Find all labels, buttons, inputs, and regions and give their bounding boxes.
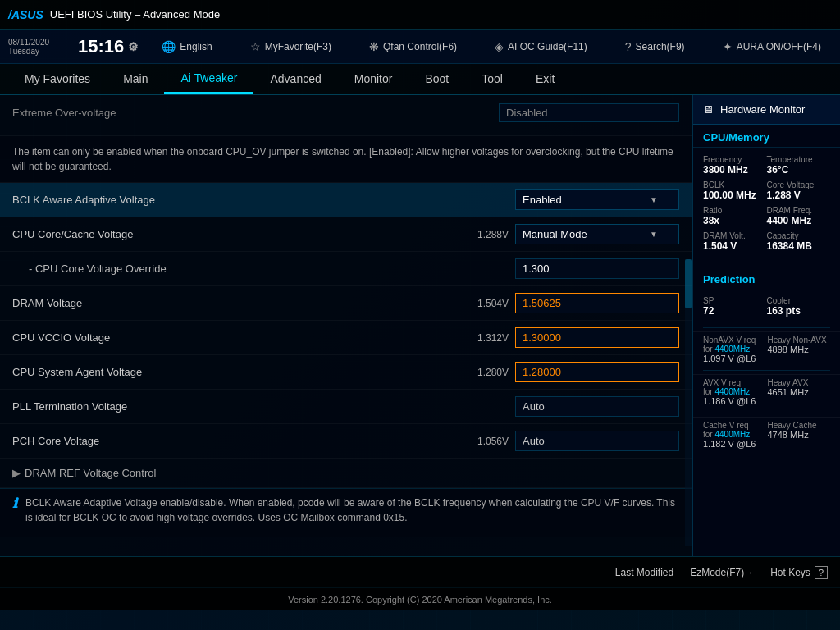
language-label: English xyxy=(180,41,212,52)
nav-tool[interactable]: Tool xyxy=(465,63,519,94)
pch-core-setting[interactable]: PCH Core Voltage 1.056V xyxy=(0,424,692,459)
time-display: 15:16 ⚙ xyxy=(78,36,139,57)
extreme-voltage-value[interactable] xyxy=(499,103,679,122)
search-button[interactable]: ? Search(F9) xyxy=(625,40,685,53)
cpu-core-cache-voltage-setting[interactable]: CPU Core/Cache Voltage 1.288V Manual Mod… xyxy=(0,217,692,252)
search-icon: ? xyxy=(625,40,632,53)
extreme-voltage-row: Extreme Over-voltage xyxy=(12,103,679,122)
cpu-core-override-label: - CPU Core Voltage Override xyxy=(12,262,515,275)
avx-right-label: Heavy AVX xyxy=(768,378,831,387)
info-text: BCLK Aware Adaptive Voltage enable/disab… xyxy=(25,495,679,525)
qfan-button[interactable]: ❋ Qfan Control(F6) xyxy=(369,40,457,53)
info-bar: ℹ BCLK Aware Adaptive Voltage enable/dis… xyxy=(0,488,692,537)
nav-exit[interactable]: Exit xyxy=(519,63,571,94)
cooler-value: 163 pts xyxy=(767,305,831,317)
cpu-sys-agent-current: 1.280V xyxy=(459,367,509,378)
pch-core-input[interactable] xyxy=(515,431,679,451)
pll-termination-setting[interactable]: PLL Termination Voltage xyxy=(0,390,692,424)
nav-my-favorites[interactable]: My Favorites xyxy=(8,63,107,94)
sp-cooler-grid: SP 72 Cooler 163 pts xyxy=(693,289,840,324)
help-key[interactable]: ? xyxy=(815,566,828,579)
dram-freq-label: DRAM Freq. xyxy=(767,206,831,215)
cpu-vccio-current: 1.312V xyxy=(459,332,509,344)
sp-cell: SP 72 xyxy=(703,294,767,319)
language-selector[interactable]: 🌐 English xyxy=(162,40,212,53)
dram-ref-label: DRAM REF Voltage Control xyxy=(25,467,679,479)
bottom-bar: Last Modified EzMode(F7)→ Hot Keys ? xyxy=(0,556,840,587)
cpu-vccio-setting[interactable]: CPU VCCIO Voltage 1.312V xyxy=(0,321,692,355)
nav-bar: My Favorites Main Ai Tweaker Advanced Mo… xyxy=(0,64,840,95)
cpu-sys-agent-input[interactable] xyxy=(515,362,679,382)
dram-volt-value: 1.504 V xyxy=(703,240,767,252)
hot-keys-label: Hot Keys xyxy=(770,567,810,578)
myfavorite-label: MyFavorite(F3) xyxy=(265,41,331,52)
cpu-vccio-input[interactable] xyxy=(515,327,679,348)
last-modified-button[interactable]: Last Modified xyxy=(615,567,673,578)
pch-core-current: 1.056V xyxy=(459,436,509,447)
description-section: The item can only be enabled when the on… xyxy=(0,136,692,183)
gear-icon[interactable]: ⚙ xyxy=(128,40,139,53)
cache-label2: for 4400MHz xyxy=(703,430,766,439)
top-bar-items: 🌐 English ☆ MyFavorite(F3) ❋ Qfan Contro… xyxy=(151,40,832,53)
cpu-core-cache-dropdown[interactable]: Manual Mode ▼ xyxy=(515,224,679,244)
avx-label1: AVX V req xyxy=(703,378,766,387)
core-voltage-label: Core Voltage xyxy=(767,180,831,189)
pll-termination-input[interactable] xyxy=(515,396,679,417)
nav-monitor[interactable]: Monitor xyxy=(338,63,409,94)
bclk-aware-setting[interactable]: BCLK Aware Adaptive Voltage Enabled ▼ xyxy=(0,183,692,217)
bios-title: UEFI BIOS Utility – Advanced Mode xyxy=(50,8,220,21)
nonavx-right-label: Heavy Non-AVX xyxy=(768,336,831,345)
info-icon: ℹ xyxy=(12,495,17,511)
cpu-sys-agent-setting[interactable]: CPU System Agent Voltage 1.280V xyxy=(0,355,692,390)
frequency-cell: Frequency 3800 MHz xyxy=(703,153,767,178)
prediction-section-title: Prediction xyxy=(693,267,840,289)
core-voltage-cell: Core Voltage 1.288 V xyxy=(767,178,831,203)
aioc-label: AI OC Guide(F11) xyxy=(508,41,587,52)
temperature-cell: Temperature 36°C xyxy=(767,153,831,178)
nav-boot[interactable]: Boot xyxy=(409,63,465,94)
hw-monitor-label: Hardware Monitor xyxy=(720,103,805,116)
sp-label: SP xyxy=(703,296,767,305)
capacity-value: 16384 MB xyxy=(767,240,831,252)
scrollbar[interactable] xyxy=(685,259,692,546)
version-bar: Version 2.20.1276. Copyright (C) 2020 Am… xyxy=(0,587,840,610)
globe-icon: 🌐 xyxy=(162,40,176,53)
aura-button[interactable]: ✦ AURA ON/OFF(F4) xyxy=(723,40,821,53)
header: /ASUS UEFI BIOS Utility – Advanced Mode xyxy=(0,0,840,30)
frequency-label: Frequency xyxy=(703,155,767,164)
nav-main[interactable]: Main xyxy=(107,63,164,94)
asus-logo: /ASUS xyxy=(8,8,43,21)
cache-right-val: 4748 MHz xyxy=(768,430,831,440)
nav-ai-tweaker[interactable]: Ai Tweaker xyxy=(164,63,253,94)
dram-voltage-input[interactable] xyxy=(515,293,679,313)
nav-advanced[interactable]: Advanced xyxy=(253,63,337,94)
time: 15:16 xyxy=(78,36,124,57)
cpu-core-cache-current: 1.288V xyxy=(459,229,509,240)
hw-monitor-title: 🖥 Hardware Monitor xyxy=(693,95,840,125)
dram-ref-setting[interactable]: ▶ DRAM REF Voltage Control xyxy=(0,459,692,488)
temperature-value: 36°C xyxy=(767,164,831,176)
nonavx-label1: NonAVX V req xyxy=(703,336,766,345)
dram-freq-cell: DRAM Freq. 4400 MHz xyxy=(767,203,831,229)
cpu-core-override-input[interactable] xyxy=(515,258,679,279)
left-panel: Extreme Over-voltage The item can only b… xyxy=(0,95,692,556)
extreme-voltage-section: Extreme Over-voltage xyxy=(0,95,692,136)
dram-voltage-setting[interactable]: DRAM Voltage 1.504V xyxy=(0,286,692,321)
avx-right-val: 4651 MHz xyxy=(768,387,831,397)
search-label: Search(F9) xyxy=(636,41,685,52)
cpu-core-cache-label: CPU Core/Cache Voltage xyxy=(12,228,459,240)
avx-val1: 1.186 V @L6 xyxy=(703,396,766,406)
avx-block: AVX V req for 4400MHz 1.186 V @L6 Heavy … xyxy=(693,374,840,409)
day: Tuesday xyxy=(8,47,66,56)
cpu-core-override-setting[interactable]: - CPU Core Voltage Override xyxy=(0,252,692,286)
ez-mode-button[interactable]: EzMode(F7)→ xyxy=(690,567,754,578)
bclk-value: 100.00 MHz xyxy=(703,189,767,201)
scrollbar-thumb[interactable] xyxy=(685,259,692,308)
capacity-label: Capacity xyxy=(767,231,831,240)
aioc-button[interactable]: ◈ AI OC Guide(F11) xyxy=(495,40,587,53)
bclk-aware-dropdown[interactable]: Enabled ▼ xyxy=(515,189,679,210)
hot-keys-button[interactable]: Hot Keys ? xyxy=(770,566,828,579)
dram-freq-value: 4400 MHz xyxy=(767,215,831,226)
nonavx-right-val: 4898 MHz xyxy=(768,345,831,354)
myfavorite-button[interactable]: ☆ MyFavorite(F3) xyxy=(250,40,331,53)
